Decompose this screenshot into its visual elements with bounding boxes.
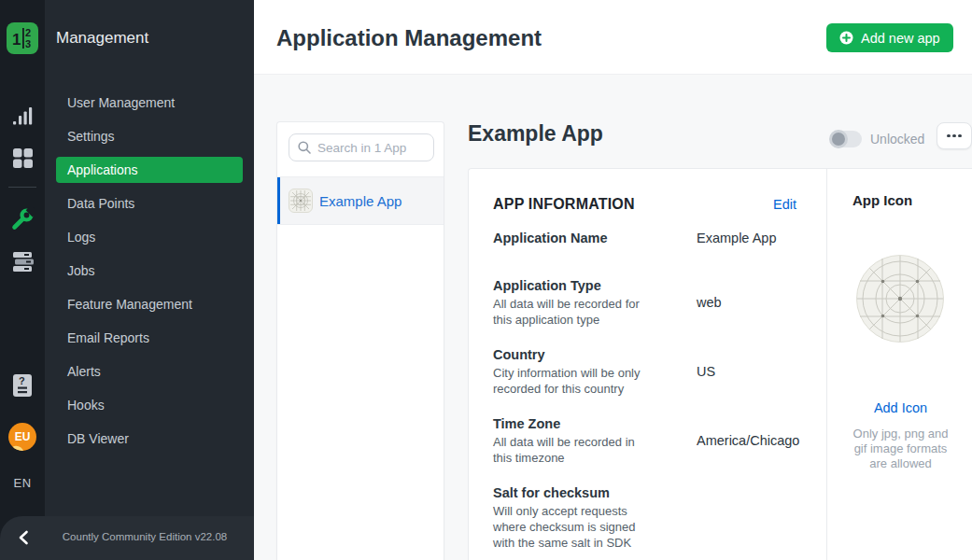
sidebar-nav: User Management Settings Applications Da… xyxy=(45,86,254,455)
sidebar-item-alerts[interactable]: Alerts xyxy=(45,355,254,388)
field-label-salt-for-checksum: Salt for checksum xyxy=(493,485,610,500)
page-header: Application Management Add new app xyxy=(254,0,972,75)
sidebar-item-jobs[interactable]: Jobs xyxy=(45,254,254,287)
analytics-nav[interactable] xyxy=(0,104,45,128)
app-icon-upload[interactable] xyxy=(856,255,944,343)
svg-text:2: 2 xyxy=(25,27,31,38)
more-actions-button[interactable] xyxy=(937,122,972,149)
language-selector[interactable]: EN xyxy=(0,472,45,493)
field-label-time-zone: Time Zone xyxy=(493,416,560,431)
app-search xyxy=(289,133,434,161)
collapse-sidebar-button[interactable] xyxy=(12,526,35,549)
app-list-panel: Example App xyxy=(276,121,444,560)
add-icon-link[interactable]: Add Icon xyxy=(827,400,972,415)
app-placeholder-icon xyxy=(289,189,313,213)
toggle-knob xyxy=(829,130,848,148)
avatar-initials: EU xyxy=(8,423,36,451)
app-list-item-example-app[interactable]: Example App xyxy=(277,176,444,225)
svg-text:3: 3 xyxy=(25,38,31,49)
version-label: Countly Community Edition v22.08 xyxy=(45,531,245,542)
help-doc-icon: ? xyxy=(12,373,33,398)
sidebar-footer: Countly Community Edition v22.08 xyxy=(0,516,254,560)
app-list-item-label: Example App xyxy=(319,193,401,209)
add-new-app-button[interactable]: Add new app xyxy=(826,23,953,52)
field-value-country: US xyxy=(697,364,715,379)
wrench-icon xyxy=(10,207,35,231)
sidebar-item-settings[interactable]: Settings xyxy=(45,119,254,153)
server-icon xyxy=(11,250,34,273)
sidebar-item-logs[interactable]: Logs xyxy=(45,220,254,254)
field-value-time-zone: America/Chicago xyxy=(697,433,799,448)
countly-logo-icon: 1 2 3 xyxy=(7,22,38,54)
sidebar-item-data-points[interactable]: Data Points xyxy=(45,187,254,220)
grid-icon xyxy=(12,147,34,169)
section-title: APP INFORMATION xyxy=(493,196,635,213)
sidebar-item-db-viewer[interactable]: DB Viewer xyxy=(45,422,254,455)
sidebar-item-email-reports[interactable]: Email Reports xyxy=(45,321,254,355)
field-desc-time-zone: All data will be recorded in this timezo… xyxy=(493,434,635,466)
icon-rail: 1 2 3 xyxy=(0,0,45,560)
icon-format-note: Only jpg, png and gif image formats are … xyxy=(835,427,966,471)
countly-logo[interactable]: 1 2 3 xyxy=(0,21,45,56)
svg-text:?: ? xyxy=(19,375,25,386)
sidebar-item-user-management[interactable]: User Management xyxy=(45,86,254,119)
field-label-application-type: Application Type xyxy=(493,278,601,293)
lock-state-label: Unlocked xyxy=(870,132,924,147)
chevron-left-icon xyxy=(17,530,30,545)
application-management-page: 1 2 3 xyxy=(0,0,972,560)
app-icon-title: App Icon xyxy=(852,192,912,208)
sidebar-item-applications[interactable]: Applications xyxy=(45,153,254,187)
page-title: Application Management xyxy=(276,25,542,51)
user-avatar[interactable]: EU xyxy=(0,423,45,451)
dashboards-nav[interactable] xyxy=(0,146,45,170)
svg-text:1: 1 xyxy=(12,31,21,49)
field-label-country: Country xyxy=(493,347,545,362)
avatar-text: EU xyxy=(15,430,31,443)
bar-chart-icon xyxy=(11,105,34,126)
ellipsis-icon xyxy=(947,134,951,138)
field-value-application-name: Example App xyxy=(697,231,776,245)
management-sidebar: Management User Management Settings Appl… xyxy=(45,0,254,560)
add-new-app-label: Add new app xyxy=(861,31,940,46)
field-desc-country: City information will be only recorded f… xyxy=(493,365,641,397)
app-icon-placeholder xyxy=(856,255,944,343)
data-manager-nav[interactable] xyxy=(0,249,45,274)
search-icon xyxy=(297,140,312,155)
sidebar-item-hooks[interactable]: Hooks xyxy=(45,388,254,422)
edit-link[interactable]: Edit xyxy=(754,197,796,212)
sidebar-title: Management xyxy=(56,29,148,48)
field-label-application-name: Application Name xyxy=(493,231,607,245)
management-nav-active[interactable] xyxy=(0,206,45,232)
content-area: Example App Example App Unlocked APP INF… xyxy=(254,75,972,560)
app-detail-title: Example App xyxy=(468,121,603,147)
feedback-nav[interactable]: ? xyxy=(0,372,45,399)
app-information-card: APP INFORMATION Edit Application Name Ex… xyxy=(468,168,972,560)
language-label: EN xyxy=(13,476,31,490)
field-desc-salt-for-checksum: Will only accept requests where checksum… xyxy=(493,503,635,551)
field-value-application-type: web xyxy=(697,295,722,310)
app-icon-column: App Icon xyxy=(826,169,972,560)
lock-toggle[interactable] xyxy=(830,131,862,147)
rail-divider xyxy=(8,187,36,188)
plus-circle-icon xyxy=(839,31,853,45)
sidebar-item-feature-management[interactable]: Feature Management xyxy=(45,287,254,321)
field-desc-application-type: All data will be recorded for this appli… xyxy=(493,296,640,328)
